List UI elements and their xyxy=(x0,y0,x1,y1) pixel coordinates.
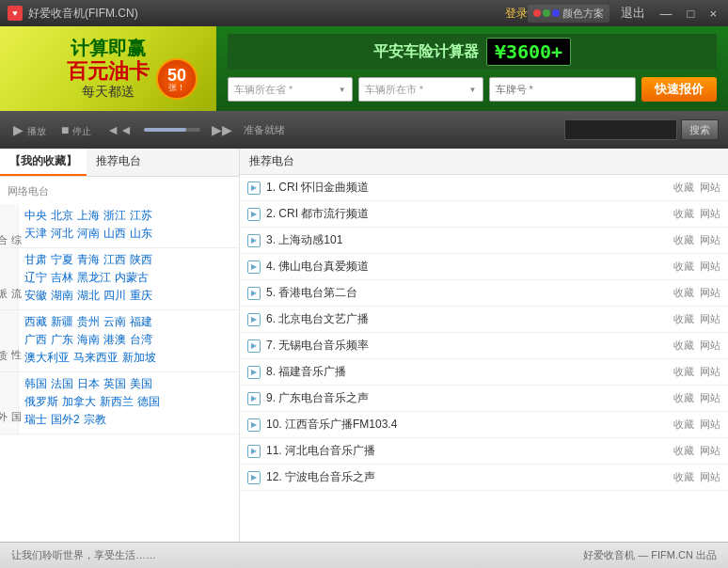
link-guangxi[interactable]: 广西 xyxy=(24,332,47,348)
station-play-btn[interactable]: ▶ xyxy=(247,445,261,458)
link-japan[interactable]: 日本 xyxy=(77,376,100,392)
station-save[interactable]: 收藏 xyxy=(673,339,694,353)
vol-down-button[interactable]: ◄◄ xyxy=(103,120,136,139)
station-play-btn[interactable]: ▶ xyxy=(247,418,261,432)
city-select[interactable]: 车辆所在市 * ▼ xyxy=(358,77,483,102)
link-singapore[interactable]: 新加坡 xyxy=(122,350,156,366)
link-anhui[interactable]: 安徽 xyxy=(24,288,47,304)
station-play-btn[interactable]: ▶ xyxy=(247,339,261,353)
link-tianjin[interactable]: 天津 xyxy=(24,226,47,242)
station-site[interactable]: 网站 xyxy=(700,470,720,484)
station-item[interactable]: ▶ 1. CRI 怀旧金曲频道 收藏 网站 xyxy=(240,175,728,201)
station-item[interactable]: ▶ 2. CRI 都市流行频道 收藏 网站 xyxy=(240,201,728,228)
station-item[interactable]: ▶ 12. 宁波电台音乐之声 收藏 网站 xyxy=(240,465,728,491)
color-scheme-button[interactable]: 颜色方案 xyxy=(528,5,609,23)
station-play-btn[interactable]: ▶ xyxy=(247,366,261,379)
close-button[interactable]: × xyxy=(705,7,720,21)
link-liaoning[interactable]: 辽宁 xyxy=(24,270,47,286)
link-taiwan[interactable]: 台湾 xyxy=(130,332,152,348)
station-play-btn[interactable]: ▶ xyxy=(247,234,261,247)
stop-button[interactable]: ■ 停止 xyxy=(57,120,95,140)
station-play-btn[interactable]: ▶ xyxy=(247,260,261,274)
station-site[interactable]: 网站 xyxy=(700,233,720,247)
station-save[interactable]: 收藏 xyxy=(673,470,694,484)
link-henan[interactable]: 河南 xyxy=(77,226,100,242)
link-zhongyang[interactable]: 中央 xyxy=(24,208,47,224)
link-guowai2[interactable]: 国外2 xyxy=(51,412,80,428)
link-qinghai[interactable]: 青海 xyxy=(77,252,100,268)
station-play-btn[interactable]: ▶ xyxy=(247,313,261,326)
station-item[interactable]: ▶ 10. 江西音乐广播FM103.4 收藏 网站 xyxy=(240,412,728,438)
vol-up-button[interactable]: ▶▶ xyxy=(208,120,236,139)
link-xizang[interactable]: 西藏 xyxy=(24,314,47,330)
tab-recommended[interactable]: 推荐电台 xyxy=(87,149,150,176)
link-hainan[interactable]: 海南 xyxy=(77,332,100,348)
station-site[interactable]: 网站 xyxy=(700,286,720,300)
link-ningxia[interactable]: 宁夏 xyxy=(51,252,73,268)
link-jilin[interactable]: 吉林 xyxy=(51,270,73,286)
link-xinjiang[interactable]: 新疆 xyxy=(51,314,73,330)
station-site[interactable]: 网站 xyxy=(700,312,720,326)
link-chongqing[interactable]: 重庆 xyxy=(130,288,152,304)
link-hubei[interactable]: 湖北 xyxy=(77,288,100,304)
link-newzealand[interactable]: 新西兰 xyxy=(100,394,134,410)
province-select[interactable]: 车辆所在省 * ▼ xyxy=(228,77,353,102)
station-item[interactable]: ▶ 3. 上海动感101 收藏 网站 xyxy=(240,228,728,254)
link-religion[interactable]: 宗教 xyxy=(84,412,106,428)
station-site[interactable]: 网站 xyxy=(700,260,720,274)
link-heilong[interactable]: 黑龙江 xyxy=(77,270,111,286)
link-korea[interactable]: 韩国 xyxy=(24,376,47,392)
link-sichuan[interactable]: 四川 xyxy=(103,288,126,304)
link-shaanxi[interactable]: 陕西 xyxy=(130,252,152,268)
link-france[interactable]: 法国 xyxy=(51,376,73,392)
plate-input[interactable] xyxy=(489,77,637,102)
station-save[interactable]: 收藏 xyxy=(673,365,694,379)
link-germany[interactable]: 德国 xyxy=(137,394,160,410)
play-button[interactable]: ▶ 播放 xyxy=(9,120,50,140)
minimize-button[interactable]: — xyxy=(657,7,676,21)
station-save[interactable]: 收藏 xyxy=(673,260,694,274)
link-canada[interactable]: 加拿大 xyxy=(62,394,96,410)
link-australia[interactable]: 澳大利亚 xyxy=(24,350,70,366)
link-zhejiang[interactable]: 浙江 xyxy=(103,208,126,224)
link-russia[interactable]: 俄罗斯 xyxy=(24,394,58,410)
link-yunnan[interactable]: 云南 xyxy=(103,314,126,330)
station-item[interactable]: ▶ 9. 广东电台音乐之声 收藏 网站 xyxy=(240,386,728,412)
station-item[interactable]: ▶ 7. 无锡电台音乐频率 收藏 网站 xyxy=(240,333,728,359)
link-fujian[interactable]: 福建 xyxy=(130,314,152,330)
station-save[interactable]: 收藏 xyxy=(673,312,694,326)
link-usa[interactable]: 美国 xyxy=(130,376,152,392)
station-site[interactable]: 网站 xyxy=(700,181,720,195)
link-switzerland[interactable]: 瑞士 xyxy=(24,412,47,428)
search-input[interactable] xyxy=(564,119,677,140)
station-play-btn[interactable]: ▶ xyxy=(247,181,261,195)
link-gansu[interactable]: 甘肃 xyxy=(24,252,47,268)
station-play-btn[interactable]: ▶ xyxy=(247,392,261,405)
link-gangao[interactable]: 港澳 xyxy=(103,332,126,348)
station-item[interactable]: ▶ 8. 福建音乐广播 收藏 网站 xyxy=(240,359,728,386)
link-beijing[interactable]: 北京 xyxy=(51,208,73,224)
station-save[interactable]: 收藏 xyxy=(673,233,694,247)
station-site[interactable]: 网站 xyxy=(700,339,720,353)
link-malaysia[interactable]: 马来西亚 xyxy=(73,350,119,366)
link-guangdong[interactable]: 广东 xyxy=(51,332,73,348)
link-neimeng[interactable]: 内蒙古 xyxy=(115,270,149,286)
volume-bar[interactable] xyxy=(144,128,200,132)
exit-button[interactable]: 退出 xyxy=(617,5,649,22)
station-item[interactable]: ▶ 4. 佛山电台真爱频道 收藏 网站 xyxy=(240,254,728,280)
station-save[interactable]: 收藏 xyxy=(673,207,694,221)
tab-favorites[interactable]: 【我的收藏】 xyxy=(0,149,87,176)
link-hunan[interactable]: 湖南 xyxy=(51,288,73,304)
station-site[interactable]: 网站 xyxy=(700,391,720,405)
station-site[interactable]: 网站 xyxy=(700,365,720,379)
station-site[interactable]: 网站 xyxy=(700,207,720,221)
link-shandong[interactable]: 山东 xyxy=(130,226,152,242)
link-jiangxi[interactable]: 江西 xyxy=(103,252,126,268)
station-save[interactable]: 收藏 xyxy=(673,181,694,195)
station-save[interactable]: 收藏 xyxy=(673,444,694,458)
station-item[interactable]: ▶ 11. 河北电台音乐广播 收藏 网站 xyxy=(240,438,728,465)
station-play-btn[interactable]: ▶ xyxy=(247,287,261,300)
station-item[interactable]: ▶ 5. 香港电台第二台 收藏 网站 xyxy=(240,280,728,307)
station-save[interactable]: 收藏 xyxy=(673,391,694,405)
station-item[interactable]: ▶ 6. 北京电台文艺广播 收藏 网站 xyxy=(240,307,728,333)
